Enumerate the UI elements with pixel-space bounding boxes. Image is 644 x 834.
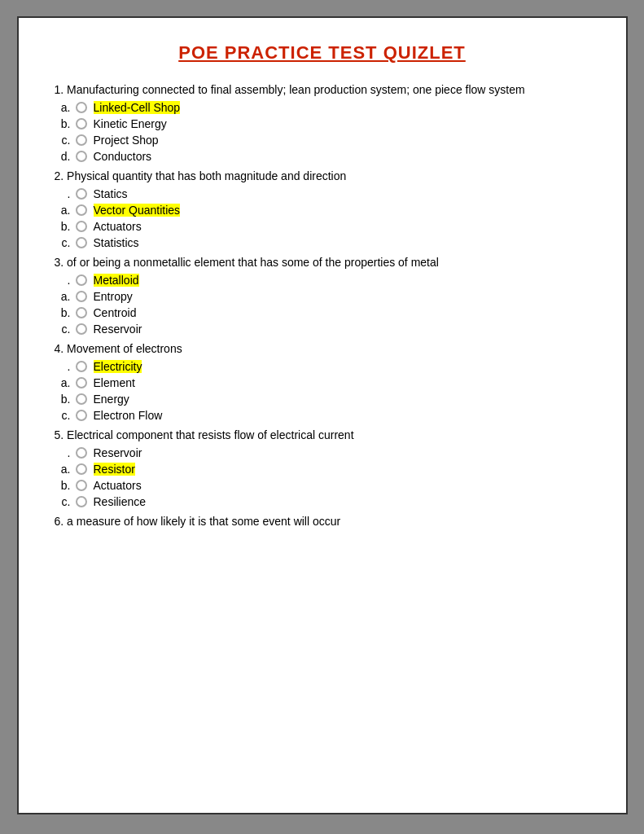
radio-button[interactable] — [76, 291, 87, 302]
answer-label: b. — [51, 220, 76, 233]
question-text: 5. Electrical component that resists flo… — [51, 428, 594, 441]
question-text: 4. Movement of electrons — [51, 342, 594, 355]
radio-button[interactable] — [76, 307, 87, 318]
question-text: 3. of or being a nonmetallic element tha… — [51, 256, 594, 269]
radio-button[interactable] — [76, 134, 87, 146]
answer-row: a.Entropy — [51, 290, 594, 303]
answer-label: b. — [51, 306, 76, 319]
answer-label: a. — [51, 376, 76, 389]
answer-label: c. — [51, 236, 76, 249]
answer-row: b.Actuators — [51, 479, 594, 492]
answer-text: Conductors — [94, 150, 152, 163]
answer-label: d. — [51, 150, 76, 163]
answer-row: c.Statistics — [51, 236, 594, 249]
answer-label: . — [51, 187, 76, 200]
answer-label: a. — [51, 101, 76, 114]
answer-text: Statics — [94, 187, 128, 200]
answer-label: a. — [51, 204, 76, 217]
answer-text: Reservoir — [94, 323, 142, 336]
answer-text: Metalloid — [94, 274, 139, 287]
answer-text: Kinetic Energy — [94, 117, 167, 130]
answer-text: Element — [94, 376, 135, 389]
answer-row: .Electricity — [51, 360, 594, 373]
radio-button[interactable] — [76, 480, 87, 491]
answer-row: .Statics — [51, 187, 594, 200]
answer-label: c. — [51, 495, 76, 508]
answer-row: .Reservoir — [51, 446, 594, 459]
answer-text: Linked-Cell Shop — [94, 101, 181, 114]
answer-label: c. — [51, 134, 76, 147]
answer-text: Vector Quantities — [94, 204, 181, 217]
radio-button[interactable] — [76, 496, 87, 507]
question-block: 3. of or being a nonmetallic element tha… — [51, 256, 594, 336]
answer-text: Reservoir — [94, 446, 142, 459]
radio-button[interactable] — [76, 323, 87, 335]
answer-text: Resistor — [94, 463, 135, 476]
answer-row: c.Project Shop — [51, 134, 594, 147]
answer-text: Actuators — [94, 220, 142, 233]
answer-label: a. — [51, 463, 76, 476]
answer-row: d.Conductors — [51, 150, 594, 163]
radio-button[interactable] — [76, 118, 87, 129]
answer-label: b. — [51, 479, 76, 492]
answer-row: b.Energy — [51, 393, 594, 406]
radio-button[interactable] — [76, 447, 87, 459]
answer-row: .Metalloid — [51, 274, 594, 287]
answer-text: Statistics — [94, 236, 139, 249]
radio-button[interactable] — [76, 361, 87, 372]
answer-row: b.Centroid — [51, 306, 594, 319]
question-block: 1. Manufacturing connected to final asse… — [51, 83, 594, 163]
page: POE PRACTICE TEST QUIZLET 1. Manufacturi… — [17, 16, 628, 814]
radio-button[interactable] — [76, 463, 87, 475]
answer-text: Electricity — [94, 360, 142, 373]
answer-text: Energy — [94, 393, 129, 406]
question-block: 5. Electrical component that resists flo… — [51, 428, 594, 508]
answer-label: . — [51, 360, 76, 373]
answer-row: a.Resistor — [51, 463, 594, 476]
answer-text: Centroid — [94, 306, 137, 319]
radio-button[interactable] — [76, 274, 87, 286]
question-text: 1. Manufacturing connected to final asse… — [51, 83, 594, 96]
answer-label: a. — [51, 290, 76, 303]
answer-label: . — [51, 446, 76, 459]
radio-button[interactable] — [76, 377, 87, 388]
answer-row: a.Linked-Cell Shop — [51, 101, 594, 114]
answer-text: Project Shop — [94, 134, 159, 147]
answer-row: b.Actuators — [51, 220, 594, 233]
answer-row: c.Resilience — [51, 495, 594, 508]
radio-button[interactable] — [76, 204, 87, 216]
radio-button[interactable] — [76, 237, 87, 248]
answer-label: b. — [51, 117, 76, 130]
answer-label: c. — [51, 409, 76, 422]
page-title: POE PRACTICE TEST QUIZLET — [51, 42, 594, 64]
radio-button[interactable] — [76, 221, 87, 232]
radio-button[interactable] — [76, 151, 87, 162]
answer-row: a.Element — [51, 376, 594, 389]
radio-button[interactable] — [76, 102, 87, 113]
answer-label: c. — [51, 323, 76, 336]
question-text: 6. a measure of how likely it is that so… — [51, 515, 594, 528]
radio-button[interactable] — [76, 188, 87, 200]
question-block: 2. Physical quantity that has both magni… — [51, 169, 594, 249]
radio-button[interactable] — [76, 393, 87, 405]
question-block: 6. a measure of how likely it is that so… — [51, 515, 594, 528]
answer-row: c.Reservoir — [51, 323, 594, 336]
question-text: 2. Physical quantity that has both magni… — [51, 169, 594, 182]
answer-label: . — [51, 274, 76, 287]
radio-button[interactable] — [76, 410, 87, 421]
answer-row: b.Kinetic Energy — [51, 117, 594, 130]
answer-text: Resilience — [94, 495, 147, 508]
answer-label: b. — [51, 393, 76, 406]
question-block: 4. Movement of electrons.Electricitya.El… — [51, 342, 594, 422]
answer-text: Electron Flow — [94, 409, 163, 422]
answer-text: Entropy — [94, 290, 133, 303]
answer-row: c.Electron Flow — [51, 409, 594, 422]
answer-text: Actuators — [94, 479, 142, 492]
answer-row: a.Vector Quantities — [51, 204, 594, 217]
